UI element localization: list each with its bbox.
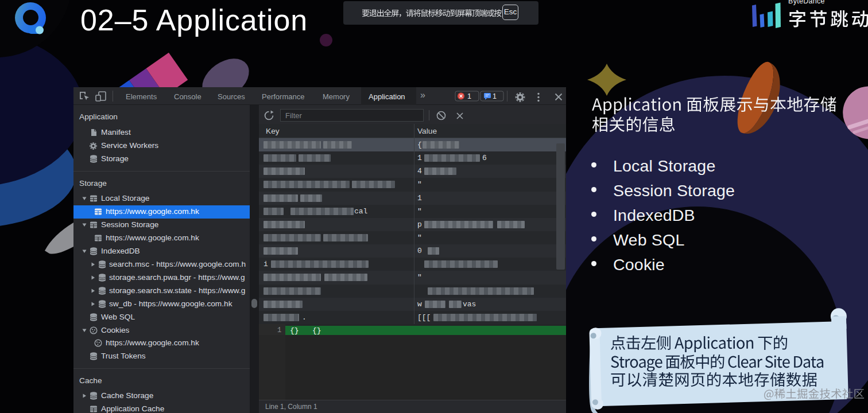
svg-text:1: 1	[467, 92, 471, 100]
svg-text:1: 1	[493, 92, 497, 100]
